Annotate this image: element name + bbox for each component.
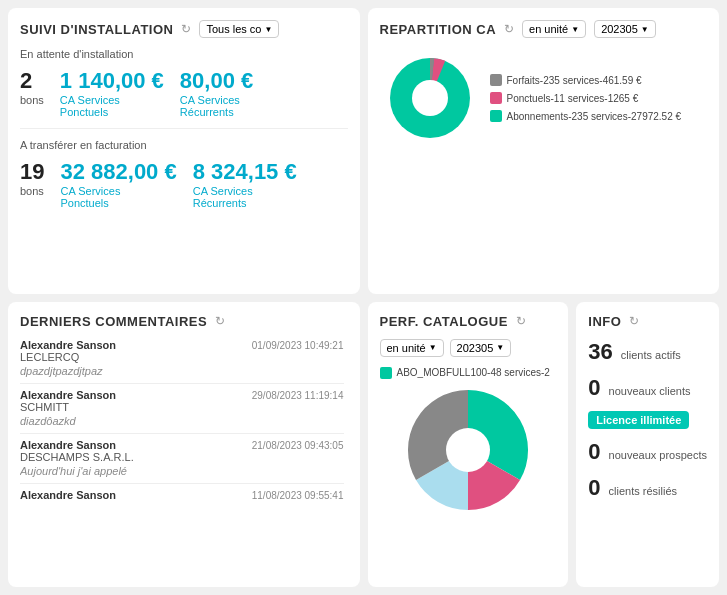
info-clients-resilies-label: clients résiliés: [609, 485, 677, 497]
comments-list[interactable]: Alexandre Sanson 01/09/2023 10:49:21 LEC…: [20, 339, 348, 507]
suivi-s2-cap-label2: Ponctuels: [60, 197, 108, 209]
info-header: INFO ↻: [588, 314, 707, 329]
comment-text-1: diazdôazkd: [20, 415, 344, 427]
repartition-title: REPARTITION CA: [380, 22, 497, 37]
info-nouveaux-prospects-count: 0: [588, 439, 600, 465]
suivi-section1-title: En attente d'installation: [20, 48, 348, 60]
repartition-refresh-icon[interactable]: ↻: [504, 22, 514, 36]
perf-unite-dropdown[interactable]: en unité: [380, 339, 444, 357]
repartition-unite-dropdown[interactable]: en unité: [522, 20, 586, 38]
suivi-s2-ca-ponctuel: 32 882,00 € CA Services Ponctuels: [60, 159, 176, 209]
info-clients-actifs-label: clients actifs: [621, 349, 681, 361]
commentaires-card: DERNIERS COMMENTAIRES ↻ Alexandre Sanson…: [8, 302, 360, 588]
legend-item-abonnements: Abonnements-235 services-27972.52 €: [490, 110, 682, 122]
info-clients-actifs-count: 36: [588, 339, 612, 365]
commentaires-refresh-icon[interactable]: ↻: [215, 314, 225, 328]
suivi-s2-car-value: 8 324,15 €: [193, 159, 297, 185]
suivi-s1-ca-recurrent: 80,00 € CA Services Récurrents: [180, 68, 253, 118]
comment-text-2: Aujourd'hui j'ai appelé: [20, 465, 344, 477]
info-nouveaux-prospects-label: nouveaux prospects: [609, 449, 707, 461]
suivi-divider: [20, 128, 348, 129]
legend-item-forfaits: Forfaits-235 services-461.59 €: [490, 74, 682, 86]
info-clients-actifs: 36 clients actifs: [588, 339, 707, 365]
info-nouveaux-clients: 0 nouveaux clients: [588, 375, 707, 401]
suivi-refresh-icon[interactable]: ↻: [181, 22, 191, 36]
suivi-s1-count-value: 2: [20, 68, 32, 94]
repartition-content: Forfaits-235 services-461.59 € Ponctuels…: [380, 48, 708, 148]
perf-legend: ABO_MOBFULL100-48 services-2: [380, 367, 557, 379]
suivi-s2-count-value: 19: [20, 159, 44, 185]
comment-company-2: DESCHAMPS S.A.R.L.: [20, 451, 344, 463]
info-nouveaux-clients-count: 0: [588, 375, 600, 401]
suivi-s1-ca-ponctuel: 1 140,00 € CA Services Ponctuels: [60, 68, 164, 118]
legend-label-abonnements: Abonnements-235 services-27972.52 €: [507, 111, 682, 122]
suivi-s1-cap-value: 1 140,00 €: [60, 68, 164, 94]
comment-author-3: Alexandre Sanson: [20, 489, 116, 501]
suivi-s1-count-label: bons: [20, 94, 44, 106]
legend-dot-ponctuels: [490, 92, 502, 104]
comment-header-1: Alexandre Sanson 29/08/2023 11:19:14: [20, 389, 344, 401]
perf-date-dropdown[interactable]: 202305: [450, 339, 512, 357]
perf-card: PERF. CATALOGUE ↻ en unité 202305 ABO_MO…: [368, 302, 569, 588]
repartition-date-dropdown[interactable]: 202305: [594, 20, 656, 38]
info-licence-badge: Licence illimitée: [588, 411, 689, 429]
comment-divider-0: [20, 383, 344, 384]
suivi-s2-count: 19 bons: [20, 159, 44, 209]
suivi-s2-cap-value: 32 882,00 €: [60, 159, 176, 185]
repartition-legend: Forfaits-235 services-461.59 € Ponctuels…: [490, 74, 682, 122]
suivi-section2-row: 19 bons 32 882,00 € CA Services Ponctuel…: [20, 159, 348, 209]
comment-company-1: SCHMITT: [20, 401, 344, 413]
suivi-s1-cap-label2: Ponctuels: [60, 106, 108, 118]
svg-point-1: [412, 80, 448, 116]
info-refresh-icon[interactable]: ↻: [629, 314, 639, 328]
perf-legend-label: ABO_MOBFULL100-48 services-2: [397, 367, 550, 378]
perf-legend-dot: [380, 367, 392, 379]
perf-pie-container: [380, 385, 557, 515]
comment-date-2: 21/08/2023 09:43:05: [252, 440, 344, 451]
dashboard: SUIVI D'INSTALLATION ↻ Tous les co En at…: [0, 0, 727, 595]
suivi-s1-count: 2 bons: [20, 68, 44, 118]
legend-item-ponctuels: Ponctuels-11 services-1265 €: [490, 92, 682, 104]
suivi-title: SUIVI D'INSTALLATION: [20, 22, 173, 37]
suivi-s2-car-label1: CA Services: [193, 185, 253, 197]
commentaires-title: DERNIERS COMMENTAIRES: [20, 314, 207, 329]
suivi-section2-title: A transférer en facturation: [20, 139, 348, 151]
comment-date-1: 29/08/2023 11:19:14: [252, 390, 344, 401]
comment-divider-2: [20, 483, 344, 484]
repartition-card: REPARTITION CA ↻ en unité 202305: [368, 8, 720, 294]
legend-dot-forfaits: [490, 74, 502, 86]
info-card: INFO ↻ 36 clients actifs 0 nouveaux clie…: [576, 302, 719, 588]
comment-author-0: Alexandre Sanson: [20, 339, 116, 351]
perf-header: PERF. CATALOGUE ↻: [380, 314, 557, 329]
suivi-s1-car-label1: CA Services: [180, 94, 240, 106]
legend-label-forfaits: Forfaits-235 services-461.59 €: [507, 75, 642, 86]
perf-filters: en unité 202305: [380, 339, 557, 357]
comment-header-3: Alexandre Sanson 11/08/2023 09:55:41: [20, 489, 344, 501]
comment-company-0: LECLERCQ: [20, 351, 344, 363]
comment-date-0: 01/09/2023 10:49:21: [252, 340, 344, 351]
comment-header-0: Alexandre Sanson 01/09/2023 10:49:21: [20, 339, 344, 351]
info-nouveaux-clients-label: nouveaux clients: [609, 385, 691, 397]
suivi-card: SUIVI D'INSTALLATION ↻ Tous les co En at…: [8, 8, 360, 294]
comment-item-3: Alexandre Sanson 11/08/2023 09:55:41: [20, 489, 344, 501]
comment-header-2: Alexandre Sanson 21/08/2023 09:43:05: [20, 439, 344, 451]
perf-refresh-icon[interactable]: ↻: [516, 314, 526, 328]
legend-dot-abonnements: [490, 110, 502, 122]
bottom-right: PERF. CATALOGUE ↻ en unité 202305 ABO_MO…: [368, 302, 720, 588]
suivi-filter-dropdown[interactable]: Tous les co: [199, 20, 279, 38]
suivi-s2-ca-recurrent: 8 324,15 € CA Services Récurrents: [193, 159, 297, 209]
suivi-s1-cap-label1: CA Services: [60, 94, 120, 106]
suivi-header: SUIVI D'INSTALLATION ↻ Tous les co: [20, 20, 348, 38]
suivi-s2-car-label2: Récurrents: [193, 197, 247, 209]
repartition-pie: [380, 48, 480, 148]
comment-item-0: Alexandre Sanson 01/09/2023 10:49:21 LEC…: [20, 339, 344, 377]
suivi-s1-car-value: 80,00 €: [180, 68, 253, 94]
comment-author-1: Alexandre Sanson: [20, 389, 116, 401]
commentaires-header: DERNIERS COMMENTAIRES ↻: [20, 314, 348, 329]
info-clients-resilies: 0 clients résiliés: [588, 475, 707, 501]
legend-label-ponctuels: Ponctuels-11 services-1265 €: [507, 93, 639, 104]
suivi-s2-cap-label1: CA Services: [60, 185, 120, 197]
info-nouveaux-prospects: 0 nouveaux prospects: [588, 439, 707, 465]
comment-item-1: Alexandre Sanson 29/08/2023 11:19:14 SCH…: [20, 389, 344, 427]
perf-pie-chart: [403, 385, 533, 515]
